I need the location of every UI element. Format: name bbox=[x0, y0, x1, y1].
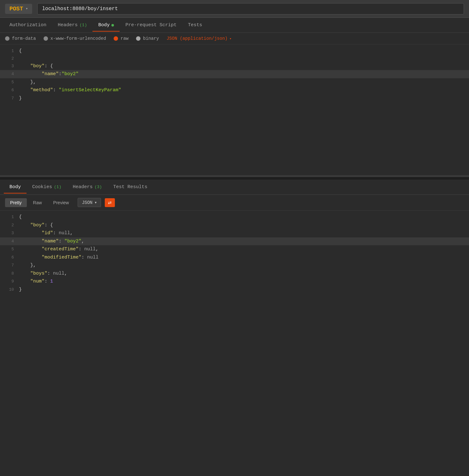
res-code-5: "createdTime": null, bbox=[19, 245, 98, 253]
res-line-9: 9 "num": 1 bbox=[0, 277, 469, 286]
res-code-4: "name": "boy2", bbox=[19, 237, 84, 246]
response-json-arrow-icon: ▾ bbox=[94, 200, 97, 205]
res-code-3: "id": null, bbox=[19, 229, 73, 237]
res-line-10: 10 } bbox=[0, 286, 469, 294]
req-linenum-2: 2 bbox=[3, 55, 14, 62]
res-code-6: "modifiedTime": null bbox=[19, 253, 98, 262]
res-line-1: 1 { bbox=[0, 213, 469, 221]
preview-btn[interactable]: Preview bbox=[48, 198, 74, 207]
req-line-4: 4 "name":"boy2" bbox=[0, 70, 469, 78]
res-linenum-7: 7 bbox=[3, 262, 14, 269]
method-selector[interactable]: POST ▾ bbox=[5, 4, 32, 14]
tab-tests[interactable]: Tests bbox=[182, 19, 208, 32]
wrap-btn[interactable]: ⇄ bbox=[105, 198, 115, 207]
tab-response-headers-label: Headers bbox=[73, 184, 92, 190]
req-linenum-6: 6 bbox=[3, 87, 14, 94]
res-linenum-5: 5 bbox=[3, 246, 14, 253]
res-code-7: }, bbox=[19, 261, 36, 270]
option-binary-label: binary bbox=[143, 36, 159, 41]
wrap-icon: ⇄ bbox=[108, 200, 112, 205]
top-bar: POST ▾ bbox=[0, 0, 469, 18]
method-arrow-icon: ▾ bbox=[26, 6, 28, 11]
res-code-9: "num": 1 bbox=[19, 277, 53, 286]
req-code-1: { bbox=[19, 47, 22, 55]
pretty-btn[interactable]: Pretty bbox=[5, 198, 27, 207]
json-type-selector[interactable]: JSON (application/json) ▾ bbox=[167, 36, 232, 41]
section-divider bbox=[0, 177, 469, 180]
tab-test-results-label: Test Results bbox=[113, 184, 147, 190]
tab-headers[interactable]: Headers (1) bbox=[52, 19, 92, 32]
res-line-4: 4 "name": "boy2", bbox=[0, 237, 469, 246]
tab-response-body-label: Body bbox=[9, 184, 21, 190]
res-linenum-2: 2 bbox=[3, 222, 14, 229]
response-json-selector[interactable]: JSON ▾ bbox=[78, 198, 101, 207]
tab-cookies-label: Cookies bbox=[32, 184, 52, 190]
option-binary[interactable]: binary bbox=[136, 36, 159, 41]
radio-urlencoded-icon bbox=[44, 36, 48, 41]
res-linenum-1: 1 bbox=[3, 214, 14, 221]
tab-headers-count: (1) bbox=[80, 23, 87, 27]
tab-authorization[interactable]: Authorization bbox=[4, 19, 52, 32]
response-code-editor[interactable]: 1 { 2 "boy": { 3 "id": null, 4 "name": "… bbox=[0, 211, 469, 312]
tab-cookies-count: (1) bbox=[54, 185, 61, 189]
req-linenum-7: 7 bbox=[3, 95, 14, 102]
req-code-3: "boy": { bbox=[19, 62, 53, 70]
tab-response-headers[interactable]: Headers (3) bbox=[67, 181, 107, 193]
res-code-10: } bbox=[19, 286, 22, 294]
res-line-3: 3 "id": null, bbox=[0, 229, 469, 237]
json-type-arrow-icon: ▾ bbox=[229, 37, 232, 41]
res-line-7: 7 }, bbox=[0, 261, 469, 270]
req-line-6: 6 "method": "insertSelectKeyParam" bbox=[0, 86, 469, 94]
radio-raw-icon bbox=[114, 36, 118, 41]
option-urlencoded-label: x-www-form-urlencoded bbox=[50, 36, 106, 41]
tab-response-headers-count: (3) bbox=[94, 185, 102, 189]
res-linenum-3: 3 bbox=[3, 230, 14, 237]
res-line-6: 6 "modifiedTime": null bbox=[0, 253, 469, 262]
req-code-5: }, bbox=[19, 78, 36, 86]
response-json-label: JSON bbox=[82, 200, 92, 205]
res-linenum-4: 4 bbox=[3, 238, 14, 245]
json-type-label: JSON (application/json) bbox=[167, 36, 228, 41]
request-tabs-row: Authorization Headers (1) Body Pre-reque… bbox=[0, 18, 469, 33]
req-code-7: } bbox=[19, 94, 22, 103]
req-line-5: 5 }, bbox=[0, 78, 469, 86]
req-line-1: 1 { bbox=[0, 47, 469, 55]
response-toolbar: Pretty Raw Preview JSON ▾ ⇄ bbox=[0, 195, 469, 211]
req-line-3: 3 "boy": { bbox=[0, 62, 469, 70]
request-code-editor[interactable]: 1 { 2 3 "boy": { 4 "name":"boy2" 5 }, 6 … bbox=[0, 45, 469, 177]
tab-test-results[interactable]: Test Results bbox=[108, 181, 153, 193]
req-line-2: 2 bbox=[0, 55, 469, 62]
res-line-5: 5 "createdTime": null, bbox=[0, 245, 469, 253]
tab-prerequest-label: Pre-request Script bbox=[125, 22, 176, 28]
req-linenum-4: 4 bbox=[3, 71, 14, 78]
res-code-1: { bbox=[19, 213, 22, 221]
res-code-2: "boy": { bbox=[19, 221, 53, 229]
tab-body[interactable]: Body bbox=[92, 19, 120, 32]
tab-authorization-label: Authorization bbox=[9, 22, 46, 28]
option-urlencoded[interactable]: x-www-form-urlencoded bbox=[44, 36, 106, 41]
raw-btn[interactable]: Raw bbox=[28, 198, 47, 207]
req-linenum-5: 5 bbox=[3, 79, 14, 86]
res-code-8: "boys": null, bbox=[19, 270, 67, 278]
res-linenum-10: 10 bbox=[3, 286, 14, 293]
tab-response-body[interactable]: Body bbox=[4, 181, 27, 193]
option-form-data-label: form-data bbox=[12, 36, 36, 41]
tab-body-label: Body bbox=[98, 22, 110, 28]
option-raw-label: raw bbox=[121, 36, 128, 41]
req-line-7: 7 } bbox=[0, 94, 469, 103]
tab-cookies[interactable]: Cookies (1) bbox=[27, 181, 67, 193]
body-options-row: form-data x-www-form-urlencoded raw bina… bbox=[0, 33, 469, 45]
option-form-data[interactable]: form-data bbox=[5, 36, 36, 41]
tab-headers-label: Headers bbox=[58, 22, 78, 28]
req-linenum-1: 1 bbox=[3, 48, 14, 55]
res-linenum-9: 9 bbox=[3, 278, 14, 285]
url-input[interactable] bbox=[37, 3, 464, 15]
radio-form-data-icon bbox=[5, 36, 9, 41]
option-raw[interactable]: raw bbox=[114, 36, 128, 41]
method-label: POST bbox=[9, 6, 23, 12]
req-code-6: "method": "insertSelectKeyParam" bbox=[19, 86, 121, 94]
body-active-dot bbox=[111, 24, 114, 27]
tab-prerequest[interactable]: Pre-request Script bbox=[120, 19, 182, 32]
res-linenum-6: 6 bbox=[3, 254, 14, 261]
req-linenum-3: 3 bbox=[3, 63, 14, 70]
